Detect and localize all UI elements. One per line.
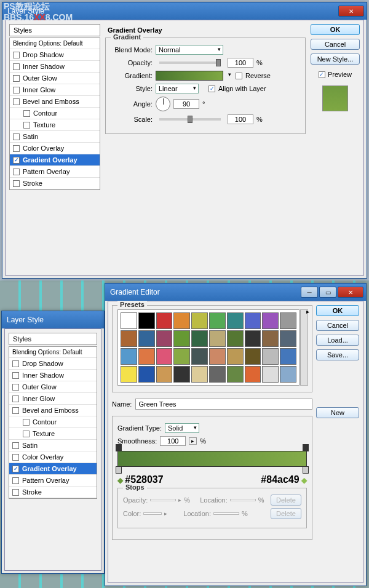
effect-row[interactable]: Inner Glow bbox=[9, 393, 97, 405]
style-select[interactable]: Linear bbox=[156, 84, 199, 93]
preset-swatch[interactable] bbox=[121, 330, 137, 347]
preset-swatch[interactable] bbox=[280, 330, 296, 347]
effect-row[interactable]: Satin bbox=[10, 131, 100, 143]
titlebar[interactable]: Layer Style bbox=[2, 311, 104, 328]
preview-checkbox[interactable]: ✓ bbox=[319, 71, 325, 78]
new-style-button[interactable]: New Style... bbox=[311, 54, 360, 65]
angle-dial[interactable] bbox=[156, 97, 170, 111]
preset-swatch[interactable] bbox=[227, 366, 244, 383]
styles-header[interactable]: Styles bbox=[9, 333, 97, 345]
delete-color-stop-button[interactable]: Delete bbox=[271, 508, 301, 519]
effect-checkbox[interactable] bbox=[13, 63, 20, 70]
preset-swatch[interactable] bbox=[280, 348, 296, 365]
effect-checkbox[interactable] bbox=[12, 454, 19, 461]
preset-swatch[interactable] bbox=[245, 348, 261, 365]
preset-swatch[interactable] bbox=[191, 312, 208, 329]
effect-row[interactable]: Stroke bbox=[10, 178, 100, 189]
effect-row[interactable]: Inner Glow bbox=[10, 84, 100, 96]
preset-swatch[interactable] bbox=[191, 330, 208, 347]
blending-options-row[interactable]: Blending Options: Default bbox=[9, 347, 97, 358]
blend-mode-select[interactable]: Normal bbox=[156, 45, 223, 55]
effect-checkbox[interactable] bbox=[23, 122, 30, 129]
effect-checkbox[interactable] bbox=[13, 145, 20, 152]
preset-swatch[interactable] bbox=[138, 348, 155, 365]
preset-swatch[interactable] bbox=[209, 330, 226, 347]
presets-menu-icon[interactable]: ▸ bbox=[306, 308, 309, 315]
stop-color-location-input[interactable] bbox=[213, 512, 239, 515]
effect-row[interactable]: Pattern Overlay bbox=[10, 166, 100, 178]
styles-header[interactable]: Styles bbox=[9, 24, 100, 36]
opacity-slider[interactable] bbox=[159, 62, 221, 64]
angle-input[interactable]: 90 bbox=[173, 99, 199, 109]
preset-swatch[interactable] bbox=[156, 330, 173, 347]
effect-row[interactable]: Color Overlay bbox=[10, 143, 100, 154]
preset-swatch[interactable] bbox=[227, 330, 244, 347]
scale-input[interactable]: 100 bbox=[228, 114, 253, 124]
opacity-input[interactable]: 100 bbox=[228, 58, 253, 68]
effect-row[interactable]: Drop Shadow bbox=[9, 358, 97, 370]
effect-checkbox[interactable] bbox=[13, 180, 20, 187]
effect-checkbox[interactable] bbox=[13, 87, 20, 93]
preset-swatch[interactable] bbox=[280, 312, 296, 329]
scale-slider[interactable] bbox=[159, 118, 221, 121]
stop-location-input[interactable] bbox=[230, 499, 256, 501]
ok-button[interactable]: OK bbox=[311, 24, 360, 35]
opacity-stop-left[interactable] bbox=[116, 444, 122, 451]
effect-row[interactable]: Contour bbox=[9, 416, 97, 428]
effect-checkbox[interactable] bbox=[23, 110, 30, 117]
effect-row[interactable]: Bevel and Emboss bbox=[10, 96, 100, 108]
opacity-stop-right[interactable] bbox=[303, 444, 309, 451]
align-checkbox[interactable]: ✓ bbox=[208, 85, 215, 92]
gradient-type-select[interactable]: Solid bbox=[165, 423, 199, 433]
preset-swatch[interactable] bbox=[173, 330, 190, 347]
preset-swatch[interactable] bbox=[191, 366, 208, 383]
gradient-swatch[interactable] bbox=[156, 71, 223, 81]
effect-checkbox[interactable] bbox=[12, 360, 19, 367]
effect-row[interactable]: ✓Gradient Overlay bbox=[9, 463, 97, 475]
effect-checkbox[interactable] bbox=[13, 75, 20, 82]
presets-scrollbar[interactable] bbox=[300, 309, 308, 386]
titlebar[interactable]: Gradient Editor ─ ▭ ✕ bbox=[105, 284, 366, 301]
effect-checkbox[interactable]: ✓ bbox=[13, 157, 20, 164]
effect-checkbox[interactable] bbox=[13, 52, 20, 58]
smoothness-dropdown-icon[interactable]: ▸ bbox=[189, 437, 197, 445]
effect-row[interactable]: Inner Shadow bbox=[10, 61, 100, 73]
preset-swatch[interactable] bbox=[245, 330, 261, 347]
new-button[interactable]: New bbox=[316, 407, 359, 418]
preset-swatch[interactable] bbox=[138, 330, 155, 347]
close-button[interactable]: ✕ bbox=[338, 287, 363, 298]
cancel-button[interactable]: Cancel bbox=[316, 320, 359, 331]
minimize-button[interactable]: ─ bbox=[301, 287, 318, 298]
preset-swatch[interactable] bbox=[262, 348, 279, 365]
preset-swatch[interactable] bbox=[227, 348, 244, 365]
effect-row[interactable]: Outer Glow bbox=[10, 73, 100, 84]
name-input[interactable] bbox=[135, 399, 312, 410]
preset-swatch[interactable] bbox=[262, 366, 279, 383]
effect-checkbox[interactable]: ✓ bbox=[12, 466, 19, 472]
preset-swatch[interactable] bbox=[138, 366, 155, 383]
effect-checkbox[interactable] bbox=[13, 169, 20, 175]
preset-swatch[interactable] bbox=[227, 312, 244, 329]
effect-row[interactable]: Pattern Overlay bbox=[9, 475, 97, 487]
maximize-button[interactable]: ▭ bbox=[319, 287, 336, 298]
preset-swatch[interactable] bbox=[121, 312, 137, 329]
reverse-checkbox[interactable] bbox=[236, 73, 242, 79]
effect-row[interactable]: Texture bbox=[10, 119, 100, 131]
preset-swatch[interactable] bbox=[156, 348, 173, 365]
preset-swatch[interactable] bbox=[209, 312, 226, 329]
close-button[interactable]: ✕ bbox=[338, 6, 364, 17]
preset-swatch[interactable] bbox=[173, 366, 190, 383]
effect-checkbox[interactable] bbox=[12, 407, 19, 414]
preset-swatch[interactable] bbox=[245, 312, 261, 329]
smoothness-input[interactable]: 100 bbox=[160, 436, 186, 446]
effect-row[interactable]: Stroke bbox=[9, 487, 97, 498]
effect-checkbox[interactable] bbox=[12, 384, 19, 391]
effect-row[interactable]: Outer Glow bbox=[9, 381, 97, 393]
effect-row[interactable]: Satin bbox=[9, 440, 97, 451]
load-button[interactable]: Load... bbox=[316, 335, 359, 346]
effect-checkbox[interactable] bbox=[12, 372, 19, 379]
preset-swatch[interactable] bbox=[191, 348, 208, 365]
effect-row[interactable]: Contour bbox=[10, 108, 100, 119]
preset-swatch[interactable] bbox=[262, 312, 279, 329]
color-stop-left[interactable] bbox=[116, 466, 122, 474]
